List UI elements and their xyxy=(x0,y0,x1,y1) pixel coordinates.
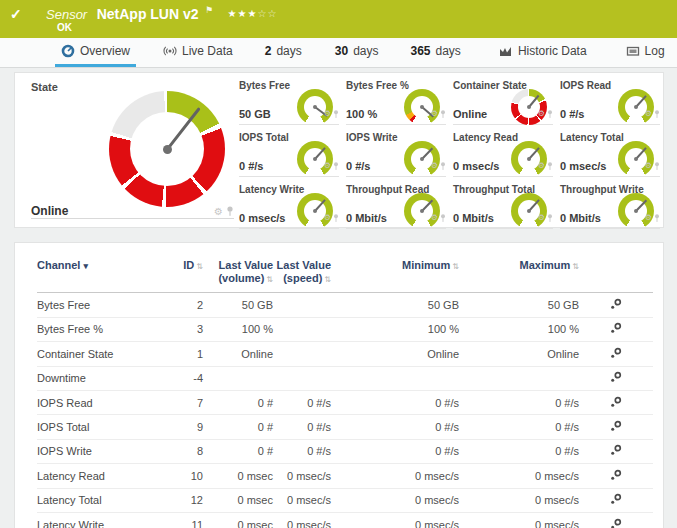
channel-settings-button[interactable] xyxy=(610,371,622,383)
table-row: Downtime -4 xyxy=(37,367,653,391)
overview-gauges-panel: State Online ⚙ Bytes Free 50 GB ⚙ Bytes xyxy=(14,72,664,228)
gauge-grid: Bytes Free 50 GB ⚙ Bytes Free % 100 % ⚙ … xyxy=(239,79,660,229)
table-header-row: Channel▾ ID⇅ Last Value (volume)⇅ Last V… xyxy=(37,243,653,293)
gauge-label: Latency Read xyxy=(453,132,518,143)
channel-id: 12 xyxy=(159,494,203,506)
gauge-card: Throughput Write 0 Mbit/s ⚙ xyxy=(560,183,660,229)
flag-icon[interactable]: ⚑ xyxy=(205,5,213,15)
last-value-volume: 0 msec xyxy=(203,470,273,482)
gauge-icon xyxy=(61,44,75,58)
column-header-id[interactable]: ID⇅ xyxy=(159,259,203,285)
pin-icon[interactable] xyxy=(654,209,660,227)
channel-name: Latency Write xyxy=(37,519,159,528)
pin-icon[interactable] xyxy=(440,105,446,123)
channel-settings-button[interactable] xyxy=(610,396,622,408)
tab-label: days xyxy=(436,44,461,58)
channel-id: 3 xyxy=(159,323,203,335)
last-value-speed: 0 msec/s xyxy=(273,494,331,506)
minimum-value: 0 msec/s xyxy=(331,494,459,506)
column-header-last-value-speed[interactable]: Last Value (speed)⇅ xyxy=(273,259,331,285)
tab-2-days[interactable]: 2 days xyxy=(259,38,308,67)
last-value-volume: 0 msec xyxy=(203,519,273,528)
channels-table: Channel▾ ID⇅ Last Value (volume)⇅ Last V… xyxy=(14,242,664,528)
tab-live-data[interactable]: Live Data xyxy=(157,38,239,67)
channel-settings-button[interactable] xyxy=(610,493,622,505)
table-row: Latency Read 10 0 msec 0 msec/s 0 msec/s… xyxy=(37,464,653,488)
tab-bar: Overview Live Data 2 days 30 days 365 da… xyxy=(0,38,677,68)
minimum-value: 100 % xyxy=(331,323,459,335)
gauge-settings-gear-icon[interactable]: ⚙ xyxy=(538,162,545,170)
minimum-value: 0 #/s xyxy=(331,397,459,409)
channel-settings-button[interactable] xyxy=(610,347,622,359)
pin-icon[interactable] xyxy=(547,209,553,227)
table-row: Container State 1 Online Online Online xyxy=(37,342,653,366)
last-value-speed: 0 #/s xyxy=(273,445,331,457)
pin-icon[interactable] xyxy=(547,157,553,175)
gauge-label: Latency Write xyxy=(239,184,304,195)
state-gauge xyxy=(109,91,225,207)
gauge-label: IOPS Write xyxy=(346,132,398,143)
gauge-value: 100 % xyxy=(346,108,377,120)
sensor-kind-label: Sensor xyxy=(46,7,87,22)
minimum-value: 0 #/s xyxy=(331,421,459,433)
table-row: IOPS Read 7 0 # 0 #/s 0 #/s 0 #/s xyxy=(37,391,653,415)
last-value-volume: 0 # xyxy=(203,421,273,433)
pin-icon[interactable] xyxy=(226,203,234,221)
gauge-card: IOPS Read 0 #/s ⚙ xyxy=(560,79,660,125)
column-header-channel[interactable]: Channel▾ xyxy=(37,259,159,285)
channel-settings-button[interactable] xyxy=(610,469,622,481)
gauge-settings-gear-icon[interactable]: ⚙ xyxy=(324,162,331,170)
tab-label: Overview xyxy=(80,44,130,58)
last-value-speed: 0 msec/s xyxy=(273,519,331,528)
pin-icon[interactable] xyxy=(333,105,339,123)
tab-overview[interactable]: Overview xyxy=(55,38,136,67)
gauge-label: Container State xyxy=(453,80,527,91)
tab-historic-data[interactable]: Historic Data xyxy=(493,38,593,67)
column-header-maximum[interactable]: Maximum⇅ xyxy=(459,259,579,285)
last-value-volume: 0 msec xyxy=(203,494,273,506)
maximum-value: Online xyxy=(459,348,579,360)
maximum-value: 0 msec/s xyxy=(459,494,579,506)
pin-icon[interactable] xyxy=(547,105,553,123)
column-header-last-value-volume[interactable]: Last Value (volume)⇅ xyxy=(203,259,273,285)
gauge-settings-gear-icon[interactable]: ⚙ xyxy=(431,162,438,170)
gauge-settings-gear-icon[interactable]: ⚙ xyxy=(538,110,545,118)
table-row: Latency Total 12 0 msec 0 msec/s 0 msec/… xyxy=(37,489,653,513)
channel-settings-button[interactable] xyxy=(610,444,622,456)
stars-empty: ☆☆ xyxy=(257,8,277,19)
gauge-label: IOPS Read xyxy=(560,80,611,91)
channel-settings-button[interactable] xyxy=(610,322,622,334)
last-value-speed: 0 #/s xyxy=(273,421,331,433)
gauge-settings-gear-icon[interactable]: ⚙ xyxy=(431,214,438,222)
channel-name: Downtime xyxy=(37,372,159,384)
gauge-settings-gear-icon[interactable]: ⚙ xyxy=(324,110,331,118)
tab-log[interactable]: Log xyxy=(620,38,671,67)
channel-name: IOPS Write xyxy=(37,445,159,457)
gauge-settings-gear-icon[interactable]: ⚙ xyxy=(214,207,223,217)
channel-settings-button[interactable] xyxy=(610,420,622,432)
gauge-settings-gear-icon[interactable]: ⚙ xyxy=(324,214,331,222)
channel-id: 10 xyxy=(159,470,203,482)
gauge-settings-gear-icon[interactable]: ⚙ xyxy=(645,162,652,170)
channel-name: IOPS Read xyxy=(37,397,159,409)
tab-30-days[interactable]: 30 days xyxy=(329,38,385,67)
channel-name: IOPS Total xyxy=(37,421,159,433)
pin-icon[interactable] xyxy=(333,157,339,175)
pin-icon[interactable] xyxy=(440,209,446,227)
channel-settings-button[interactable] xyxy=(610,298,622,310)
gauge-settings-gear-icon[interactable]: ⚙ xyxy=(645,214,652,222)
priority-stars[interactable]: ★★★☆☆ xyxy=(228,8,278,19)
pin-icon[interactable] xyxy=(654,105,660,123)
gauge-value: 0 msec/s xyxy=(560,160,606,172)
gauge-settings-gear-icon[interactable]: ⚙ xyxy=(431,110,438,118)
gauge-value: 0 #/s xyxy=(560,108,584,120)
column-header-minimum[interactable]: Minimum⇅ xyxy=(331,259,459,285)
tab-365-days[interactable]: 365 days xyxy=(404,38,466,67)
last-value-volume: 0 # xyxy=(203,397,273,409)
gauge-settings-gear-icon[interactable]: ⚙ xyxy=(538,214,545,222)
pin-icon[interactable] xyxy=(440,157,446,175)
pin-icon[interactable] xyxy=(333,209,339,227)
pin-icon[interactable] xyxy=(654,157,660,175)
gauge-settings-gear-icon[interactable]: ⚙ xyxy=(645,110,652,118)
channel-settings-button[interactable] xyxy=(610,518,622,528)
